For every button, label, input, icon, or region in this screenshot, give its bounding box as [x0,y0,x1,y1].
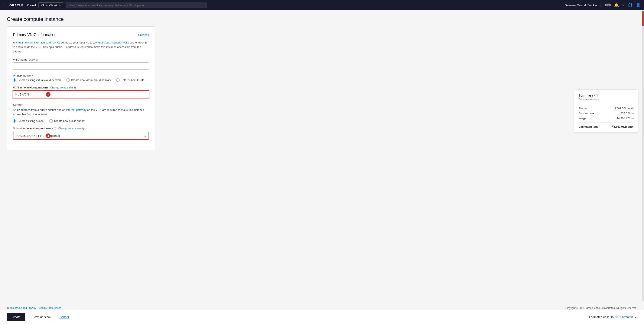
summary-subtitle: Compute instance [578,98,634,101]
user-avatar[interactable]: 👤 [636,3,640,8]
summary-total-row: Estimated total ₹5,667.05/month [578,125,634,128]
radio-enter-subnet-ocid[interactable]: Enter subnet OCID [116,78,144,82]
vnic-name-input[interactable] [13,62,149,70]
vnic-name-label: VNIC name Optional [13,58,149,61]
top-navigation: ☰ ORACLE Cloud Cloud Classic > Germany C… [0,0,644,10]
nav-right-icons: Germany Central (Frankfurt) ▾ ⌨ 🔔 ? 🌐 👤 [565,3,640,8]
footer-left: Terms of Use and Privacy Cookie Preferen… [7,306,61,310]
summary-boot-volume-row: Boot volume ₹37.02/mo [578,112,634,115]
primary-network-radio-group: Select existing virtual cloud network Cr… [13,78,149,82]
vcn-select[interactable]: HUB-VCN [13,91,149,98]
subnet-change-compartment-link[interactable]: (Change compartment) [58,127,84,130]
bell-icon[interactable]: 🔔 [614,3,619,8]
radio-select-existing-vcn[interactable]: Select existing virtual cloud network [13,78,61,82]
page-title: Create compute instance [7,16,228,22]
summary-header: Summary i [578,94,634,97]
summary-panel: Summary i Compute instance Shape ₹661.56… [574,90,638,132]
primary-network-group: Primary network Select existing virtual … [13,74,149,82]
save-as-stack-button[interactable]: Save as stack [28,313,56,321]
vcn-step-badge: 1 [46,92,50,97]
bottom-bar-actions: Create Save as stack Cancel [7,313,70,321]
card-title: Primary VNIC information [13,32,56,37]
create-button[interactable]: Create [7,313,25,321]
hamburger-menu-icon[interactable]: ☰ [4,3,7,8]
vnic-name-group: VNIC name Optional [13,58,149,70]
summary-divider [578,104,634,104]
subnet-title: Subnet [13,103,149,106]
summary-info-icon[interactable]: i [594,94,598,97]
region-selector[interactable]: Germany Central (Frankfurt) ▾ [565,4,602,7]
summary-title: Summary [578,94,593,97]
vnic-description: A virtual network interface card (VNIC) … [13,40,149,54]
radio-create-new-vcn[interactable]: Create new virtual cloud network [66,78,111,82]
cloud-shell-icon[interactable]: ⌨ [605,3,611,8]
globe-icon[interactable]: 🌐 [628,3,632,8]
radio-select-existing-subnet[interactable]: Select existing subnet [13,119,44,122]
vcn-change-compartment-link[interactable]: (Change compartment) [50,86,76,89]
vcn-select-wrapper: HUB-VCN 1 [13,91,149,98]
vcn-select-group: VCN in IwanHoogendoorn (Change compartme… [13,86,149,98]
estimated-cost: Estimated cost: ₹5,667.05/month ▲ [589,315,637,319]
primary-network-label: Primary network [13,74,149,77]
subnet-select-group: Subnet in IwanHoogendoorn i (Change comp… [13,127,149,140]
search-input[interactable] [66,2,206,8]
footer-right: Copyright © 2024, Oracle and/or its affi… [564,306,637,310]
vnic-link[interactable]: virtual network interface card (VNIC) [16,41,60,44]
cloud-classic-button[interactable]: Cloud Classic > [38,2,64,8]
subnet-info-icon[interactable]: i [52,127,56,130]
subnet-compartment-row: Subnet in IwanHoogendoorn i (Change comp… [13,127,149,130]
vcn-compartment-row: VCN in IwanHoogendoorn (Change compartme… [13,86,149,89]
primary-vnic-card: Primary VNIC information Collapse A virt… [7,26,155,150]
internet-gateway-link[interactable]: internet gateway [66,108,86,112]
help-icon[interactable]: ? [622,3,624,8]
subnet-select-wrapper: PUBLIC-SUBNET-HUB (regional) 2 [13,132,149,140]
terms-link[interactable]: Terms of Use and Privacy [7,306,36,310]
collapse-link[interactable]: Collapse [138,33,149,36]
cancel-button[interactable]: Cancel [58,313,70,321]
bottom-bar: Create Save as stack Cancel Estimated co… [0,310,644,324]
summary-total-divider [578,122,634,122]
page-content: Create compute instance Primary VNIC inf… [0,10,234,160]
card-header: Primary VNIC information Collapse [13,32,149,37]
subnet-radio-group: Select existing subnet Create new public… [13,119,149,122]
subnet-step-badge: 2 [46,134,50,138]
subnet-section: Subnet An IP address from a public subne… [13,103,149,140]
summary-image-row: Image ₹4,968.47/mo [578,116,634,120]
cost-chevron-icon[interactable]: ▲ [634,316,637,319]
subnet-select[interactable]: PUBLIC-SUBNET-HUB (regional) [13,132,149,140]
radio-create-new-public-subnet[interactable]: Create new public subnet [50,119,85,122]
scroll-track: 3 [642,13,644,300]
vcn-link[interactable]: virtual cloud network (VCN) [96,41,129,44]
subnet-description: An IP address from a public subnet and a… [13,108,149,117]
oracle-logo: ORACLE Cloud [10,4,36,7]
summary-shape-row: Shape ₹661.56/month [578,107,634,110]
cookie-link[interactable]: Cookie Preferences [39,306,61,310]
